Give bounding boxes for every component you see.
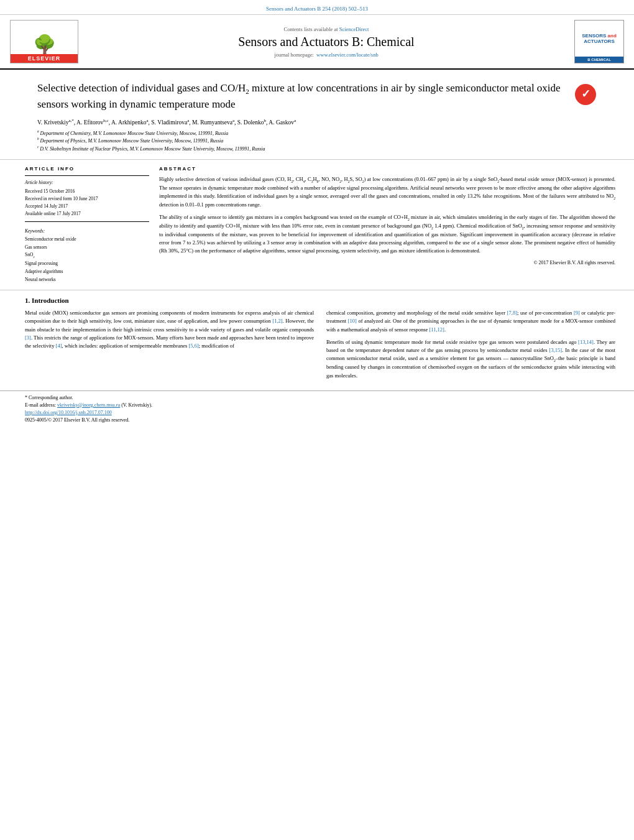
intro-right-p2: Benefits of using dynamic temperature mo… xyxy=(326,338,615,380)
journal-name: Sensors and Actuators B: Chemical xyxy=(91,35,562,49)
elsevier-name: ELSEVIER xyxy=(11,54,78,63)
homepage-line: journal homepage: www.elsevier.com/locat… xyxy=(91,52,562,58)
intro-p1: Metal oxide (MOX) semiconductor gas sens… xyxy=(25,309,314,350)
article-title: Selective detection of individual gases … xyxy=(37,81,574,112)
contents-line: Contents lists available at ScienceDirec… xyxy=(91,26,562,32)
accepted: Accepted 14 July 2017 xyxy=(25,203,149,210)
affiliation-a: a Department of Chemistry, M.V. Lomonoso… xyxy=(37,129,597,136)
intro-section-title: 1. Introduction xyxy=(25,297,615,304)
abstract-text: Highly selective detection of various in… xyxy=(159,175,615,267)
svg-text:✓: ✓ xyxy=(581,88,590,100)
received1: Received 15 October 2016 xyxy=(25,188,149,195)
email-note: E-mail address: vkrivetsky@inorg.chem.ms… xyxy=(25,402,609,408)
corresponding-author-note: * Corresponding author. xyxy=(25,395,609,400)
article-info-abstract-section: ARTICLE INFO Article history: Received 1… xyxy=(0,160,634,290)
authors-line: V. Krivetskiya,*, A. Efitorovb,c, A. Ark… xyxy=(37,118,597,126)
keyword-6: Neural networks xyxy=(25,276,149,284)
article-info-col: ARTICLE INFO Article history: Received 1… xyxy=(25,166,149,284)
history-label: Article history: xyxy=(25,180,149,185)
keyword-5: Adaptive algorithms xyxy=(25,268,149,276)
keywords-label: Keywords: xyxy=(25,228,149,234)
keywords-box: Keywords: Semiconductor metal oxide Gas … xyxy=(25,228,149,284)
abstract-p1: Highly selective detection of various in… xyxy=(159,175,615,210)
rights-line: 0925-4005/© 2017 Elsevier B.V. All right… xyxy=(25,417,609,423)
ref-5-6[interactable]: [5,6] xyxy=(188,343,198,349)
affiliations: a Department of Chemistry, M.V. Lomonoso… xyxy=(37,129,597,152)
abstract-heading: ABSTRACT xyxy=(159,166,615,172)
sensors-logo-bottom-text: B CHEMICAL xyxy=(575,57,623,63)
keyword-2: Gas sensors xyxy=(25,244,149,252)
article-info-heading: ARTICLE INFO xyxy=(25,166,149,172)
journal-reference-link[interactable]: Sensors and Actuators B 254 (2018) 502–5… xyxy=(266,6,368,12)
ref-3[interactable]: [3] xyxy=(25,335,31,341)
author-email-link[interactable]: vkrivetsky@inorg.chem.msu.ru xyxy=(57,402,120,408)
intro-right-p1: chemical composition, geometry and morph… xyxy=(326,309,615,334)
ref-7-8[interactable]: [7,8] xyxy=(507,310,517,316)
intro-two-col: Metal oxide (MOX) semiconductor gas sens… xyxy=(25,309,615,384)
doi-line: http://dx.doi.org/10.1016/j.snb.2017.07.… xyxy=(25,410,609,415)
sciencedirect-link[interactable]: ScienceDirect xyxy=(339,26,369,32)
journal-title-area: Contents lists available at ScienceDirec… xyxy=(78,26,574,58)
doi-link[interactable]: http://dx.doi.org/10.1016/j.snb.2017.07.… xyxy=(25,410,112,415)
keyword-3: SnO2 xyxy=(25,251,149,260)
intro-right-col: chemical composition, geometry and morph… xyxy=(326,309,615,384)
abstract-p2: The ability of a single sensor to identi… xyxy=(159,213,615,256)
affiliation-c: c D.V. Skobeltsyn Institute of Nuclear P… xyxy=(37,145,597,152)
journal-header: 🌳 ELSEVIER Contents lists available at S… xyxy=(0,15,634,70)
article-title-area: Selective detection of individual gases … xyxy=(0,70,634,160)
elsevier-logo: 🌳 ELSEVIER xyxy=(10,20,78,63)
page-footer: * Corresponding author. E-mail address: … xyxy=(0,390,634,428)
available-online: Available online 17 July 2017 xyxy=(25,210,149,218)
crossmark-logo[interactable]: ✓ xyxy=(574,83,597,106)
ref-4[interactable]: [4] xyxy=(56,343,62,349)
abstract-col: ABSTRACT Highly selective detection of v… xyxy=(159,166,615,284)
affiliation-b: b Department of Physics, M.V. Lomonosov … xyxy=(37,137,597,144)
ref-11-12[interactable]: [11,12] xyxy=(429,326,444,333)
copyright-line: © 2017 Elsevier B.V. All rights reserved… xyxy=(159,259,615,267)
elsevier-tree-icon: 🌳 xyxy=(33,35,56,54)
journal-reference-bar: Sensors and Actuators B 254 (2018) 502–5… xyxy=(0,0,634,15)
ref-3-15[interactable]: [3,15] xyxy=(549,347,563,353)
keyword-1: Semiconductor metal oxide xyxy=(25,236,149,244)
sensors-logo-top-text: SENSORS andACTUATORS xyxy=(575,21,623,57)
ref-9[interactable]: [9] xyxy=(574,310,580,316)
ref-1-2[interactable]: [1,2] xyxy=(272,318,282,324)
page: Sensors and Actuators B 254 (2018) 502–5… xyxy=(0,0,634,840)
received2: Received in revised form 10 June 2017 xyxy=(25,195,149,203)
introduction-section: 1. Introduction Metal oxide (MOX) semico… xyxy=(0,290,634,390)
homepage-link[interactable]: www.elsevier.com/locate/snb xyxy=(316,52,379,58)
article-history-box: Article history: Received 15 October 201… xyxy=(25,175,149,222)
intro-left-col: Metal oxide (MOX) semiconductor gas sens… xyxy=(25,309,314,384)
ref-13-14[interactable]: [13,14] xyxy=(578,339,594,345)
sensors-actuators-logo: SENSORS andACTUATORS B CHEMICAL xyxy=(574,20,624,63)
keyword-4: Signal processing xyxy=(25,260,149,268)
ref-10[interactable]: [10] xyxy=(348,318,357,324)
